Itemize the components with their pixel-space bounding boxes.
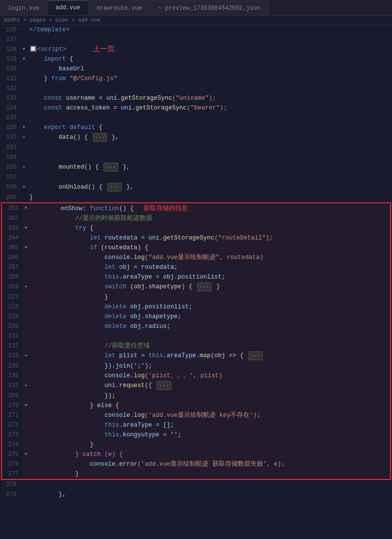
line-number: 135 [0,113,21,123]
tab-preview[interactable]: ~ preview_17363884542692.json [150,0,268,15]
code-text: console.log("add.vue显示绘制航迹", routedata) [29,253,390,262]
fold-icon [22,233,29,243]
code-text: 🔲<script> [27,44,392,54]
code-line: 228 delete obj.positionlist; [2,302,390,312]
code-text: onShow: function() {获取存储的信息 [29,203,390,214]
code-line: 229 delete obj.shapetype; [2,312,390,322]
line-number: 209 [2,282,22,292]
fold-icon[interactable]: ▼ [22,243,29,253]
code-text: export default { [27,123,392,132]
code-text: } [29,440,390,450]
line-number: 193 [0,143,21,152]
code-text [27,113,392,123]
line-number: 237 [2,381,22,391]
line-number: 130 [0,64,21,74]
code-line: 193 [0,143,392,152]
line-number: 229 [2,312,22,322]
highlighted-code-section: 201▼ onShow: function() {获取存储的信息202 //显示… [1,202,391,480]
line-number: 278 [0,480,21,490]
fold-icon [22,440,29,450]
line-number: 132 [0,84,21,93]
code-text: }).join(';'); [29,361,390,371]
code-text: this.areaType = obj.positionlist; [29,272,390,282]
code-text: } catch (e) { [29,450,390,459]
line-number: 126 [0,25,21,35]
code-line: 204 let routedata = uni.getStorageSync("… [2,233,390,243]
code-line: 209+ switch (obj.shapetype) { ··· } [2,282,390,292]
fold-icon [21,93,27,103]
fold-icon [21,103,27,113]
line-number: 275 [2,450,22,459]
fold-icon[interactable]: ▼ [21,54,27,64]
fold-icon [21,480,27,490]
tab-bar: login.vue add.vue drawroute.vue ~ previe… [0,0,392,16]
tab-drawroute[interactable]: drawroute.vue [88,0,150,15]
fold-icon[interactable]: ▼ [22,223,29,233]
code-line: 271 console.log('add.vue显示绘制航迹 key不存在'); [2,410,390,420]
fold-icon[interactable]: + [22,351,29,361]
code-text: let obj = routedata; [29,262,390,272]
fold-icon[interactable]: + [21,162,27,172]
code-text: data() { ··· }, [27,132,392,143]
code-text: uni.request({ ··· [29,381,390,391]
line-number: 232 [2,341,22,351]
line-number: 207 [2,262,22,272]
fold-icon [22,430,29,440]
line-number: 277 [2,469,22,479]
code-text: const access_token = uni.getStorageSync(… [27,103,392,113]
code-line: 194 [0,152,392,162]
code-line: 276 console.error('add.vue显示绘制航迹 获取存储数据失… [2,459,390,469]
fold-icon[interactable]: ▼ [21,44,27,54]
line-number: 194 [0,152,21,162]
code-line: 133 const username = uni.getStorageSync(… [0,93,392,103]
code-line: 205▼ if (routedata) { [2,243,390,253]
code-text: } from "@/Config.js" [27,74,392,84]
line-number: 127 [0,35,21,44]
code-text: let routedata = uni.getStorageSync("rout… [29,233,390,243]
code-text: }); [29,391,390,401]
tab-login[interactable]: login.vue [0,0,48,15]
line-number: 129 [0,54,21,64]
line-number: 133 [0,93,21,103]
fold-icon[interactable]: ▼ [22,401,29,410]
fold-icon [21,74,27,84]
line-number: 206 [2,253,22,262]
code-line: 279 }, [0,490,392,499]
code-line: 232 //获取责任空域 [2,341,390,351]
fold-icon[interactable]: ▼ [22,203,29,214]
code-editor: 126</template>127128▼🔲<script>上一页129▼ im… [0,25,392,499]
code-text: delete obj.positionlist; [29,302,390,312]
fold-icon [22,322,29,331]
line-number: 197 [0,172,21,182]
line-number: 273 [2,430,22,440]
fold-icon[interactable]: ▼ [21,123,27,132]
fold-icon [22,391,29,401]
code-text: console.log('add.vue显示绘制航迹 key不存在'); [29,410,390,420]
tab-add[interactable]: add.vue [48,0,88,15]
code-text: this.areaType = []; [29,420,390,430]
code-text [27,480,392,490]
code-text: delete obj.radius; [29,322,390,331]
line-number: 131 [0,74,21,84]
code-line: 197 [0,172,392,182]
line-number: 227 [2,292,22,302]
code-line: 273 this.kongyutype = ''; [2,430,390,440]
fold-icon[interactable]: + [22,282,29,292]
code-text [27,152,392,162]
code-line: 137+ data() { ··· }, [0,132,392,143]
code-line: 134 const access_token = uni.getStorageS… [0,103,392,113]
fold-icon[interactable]: + [21,132,27,143]
section-annotation: 获取存储的信息 [144,204,188,212]
line-number: 134 [0,103,21,113]
fold-icon[interactable]: + [22,381,29,391]
line-number: 228 [2,302,22,312]
code-line: 198+ onUnload() { ··· }, [0,182,392,193]
line-number: 236 [2,371,22,381]
line-number: 230 [2,322,22,331]
code-text: onUnload() { ··· }, [27,182,392,193]
fold-icon[interactable]: ▼ [22,450,29,459]
code-line: 127 [0,35,392,44]
fold-icon[interactable]: + [21,182,27,193]
fold-icon [21,35,27,44]
code-text: try { [29,223,390,233]
